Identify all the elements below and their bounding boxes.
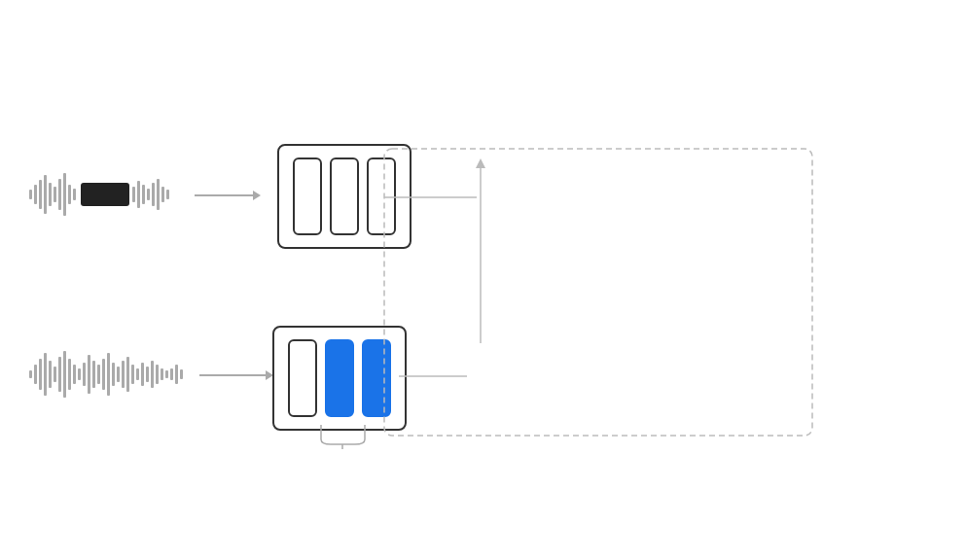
svg-rect-50 — [180, 369, 183, 379]
svg-rect-18 — [166, 190, 169, 199]
svg-rect-49 — [175, 365, 178, 384]
dashed-connection-svg — [379, 144, 885, 455]
svg-rect-45 — [156, 365, 159, 384]
svg-rect-9 — [73, 189, 76, 200]
teacher-col-2 — [325, 339, 354, 417]
svg-rect-26 — [63, 351, 66, 398]
svg-rect-15 — [152, 183, 155, 206]
svg-rect-28 — [73, 365, 76, 384]
svg-rect-47 — [165, 370, 168, 378]
svg-rect-33 — [97, 365, 100, 384]
bottom-arrow — [199, 370, 273, 380]
svg-rect-4 — [49, 183, 52, 206]
svg-rect-0 — [29, 190, 32, 199]
student-col-1 — [293, 158, 322, 235]
svg-rect-41 — [136, 368, 139, 380]
svg-rect-30 — [83, 363, 86, 386]
svg-marker-57 — [476, 158, 485, 168]
svg-rect-24 — [54, 367, 56, 382]
svg-rect-21 — [39, 359, 42, 390]
top-waveform-container — [27, 165, 183, 224]
svg-rect-1 — [34, 185, 37, 204]
svg-rect-2 — [39, 180, 42, 209]
svg-rect-32 — [92, 361, 95, 388]
svg-rect-23 — [49, 361, 52, 388]
svg-rect-17 — [161, 187, 164, 202]
svg-rect-48 — [170, 368, 173, 380]
top-arrow — [195, 191, 261, 200]
svg-rect-35 — [107, 353, 110, 396]
svg-rect-14 — [147, 189, 150, 200]
student-col-2 — [330, 158, 359, 235]
teacher-right-arrow — [399, 371, 477, 381]
svg-rect-46 — [161, 368, 163, 380]
svg-rect-27 — [68, 359, 71, 390]
svg-rect-25 — [58, 357, 61, 392]
svg-rect-7 — [63, 173, 66, 216]
svg-rect-31 — [88, 355, 90, 394]
svg-rect-6 — [58, 179, 61, 210]
svg-rect-22 — [44, 353, 47, 396]
svg-rect-42 — [141, 363, 144, 386]
svg-rect-20 — [34, 365, 37, 384]
svg-rect-8 — [68, 185, 71, 204]
teacher-to-student-arrow — [474, 154, 487, 348]
svg-rect-16 — [157, 179, 160, 210]
bottom-waveform-container — [27, 345, 193, 407]
svg-rect-12 — [137, 181, 140, 208]
svg-rect-39 — [126, 357, 129, 392]
svg-rect-3 — [44, 175, 47, 214]
top-waveform-svg — [27, 165, 183, 224]
svg-rect-11 — [132, 187, 135, 202]
bottom-waveform-svg — [27, 345, 193, 403]
svg-rect-36 — [112, 363, 115, 386]
svg-rect-19 — [29, 370, 32, 378]
svg-rect-10 — [81, 183, 129, 206]
svg-rect-37 — [117, 367, 120, 382]
svg-rect-13 — [142, 185, 145, 204]
teacher-col-1 — [288, 339, 317, 417]
svg-rect-44 — [151, 361, 154, 388]
student-to-dashed-arrow — [384, 192, 482, 202]
svg-rect-40 — [131, 365, 134, 384]
svg-rect-34 — [102, 359, 105, 390]
svg-rect-38 — [122, 361, 125, 388]
svg-rect-43 — [146, 367, 149, 382]
svg-rect-5 — [54, 187, 56, 202]
svg-rect-29 — [78, 368, 81, 380]
